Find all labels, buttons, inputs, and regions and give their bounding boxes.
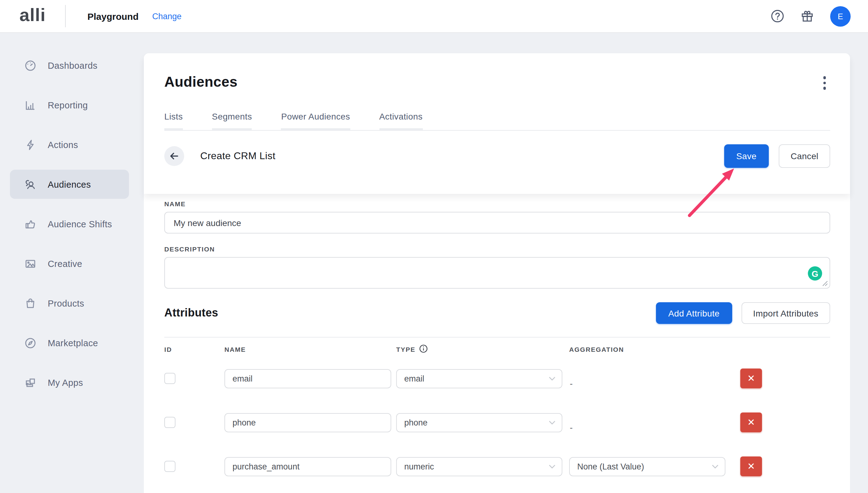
sidebar-item-label: Products xyxy=(48,298,84,308)
attribute-type-value: numeric xyxy=(404,462,434,471)
attribute-type-value: phone xyxy=(404,418,427,427)
cancel-button[interactable]: Cancel xyxy=(779,144,830,168)
column-header-aggregation: AGGREGATION xyxy=(569,346,740,353)
tab-activations[interactable]: Activations xyxy=(379,111,423,130)
alli-logo: alli xyxy=(0,6,65,26)
crm-list-form: NAME My new audience DESCRIPTION G Attri… xyxy=(144,200,850,485)
apps-icon xyxy=(24,376,37,389)
sidebar-item-audiences[interactable]: Audiences xyxy=(10,170,129,199)
aggregation-select[interactable]: None (Last Value) xyxy=(569,457,725,476)
column-header-type: TYPE xyxy=(396,346,569,353)
attribute-name-value: phone xyxy=(233,418,256,427)
lightning-icon xyxy=(24,138,37,151)
import-attributes-button[interactable]: Import Attributes xyxy=(741,302,830,324)
kebab-menu-icon[interactable] xyxy=(819,75,830,91)
sidebar-item-label: Actions xyxy=(48,140,78,150)
back-arrow-icon xyxy=(169,151,179,161)
delete-row-button[interactable]: ✕ xyxy=(740,412,762,432)
tab-segments[interactable]: Segments xyxy=(212,111,252,130)
app-window: alli Playground Change E xyxy=(0,0,868,493)
chevron-down-icon xyxy=(549,420,556,425)
audiences-panel: Audiences Lists Segments Power Audiences… xyxy=(144,53,850,493)
panel-header: Audiences Lists Segments Power Audiences… xyxy=(144,53,850,194)
chevron-down-icon xyxy=(549,376,556,381)
attribute-row: phone phone - ✕ xyxy=(164,404,830,441)
attribute-row: purchase_amount numeric None (Last Value… xyxy=(164,448,830,485)
top-bar: alli Playground Change E xyxy=(0,0,868,33)
workspace-name: Playground xyxy=(87,11,139,21)
resize-handle-icon[interactable] xyxy=(822,281,828,286)
name-label: NAME xyxy=(164,200,830,208)
back-button[interactable] xyxy=(164,146,184,166)
attribute-name-value: email xyxy=(233,374,253,383)
change-workspace-link[interactable]: Change xyxy=(152,12,182,21)
attribute-name-input[interactable]: phone xyxy=(224,413,391,432)
bar-chart-icon xyxy=(24,99,37,111)
attributes-table-header: ID NAME TYPE AGGREGATION xyxy=(164,346,830,353)
image-icon xyxy=(24,257,37,270)
description-label: DESCRIPTION xyxy=(164,245,830,253)
aggregation-value: None (Last Value) xyxy=(577,462,644,471)
attribute-row: email email - ✕ xyxy=(164,360,830,397)
sidebar-item-label: Dashboards xyxy=(48,60,97,70)
chevron-down-icon xyxy=(549,464,556,469)
sidebar-item-audience-shifts[interactable]: Audience Shifts xyxy=(10,209,129,238)
sidebar-item-label: My Apps xyxy=(48,378,83,387)
sidebar-item-label: Audiences xyxy=(48,179,91,189)
sidebar-item-dashboards[interactable]: Dashboards xyxy=(10,51,129,80)
sidebar-item-reporting[interactable]: Reporting xyxy=(10,90,129,120)
info-icon[interactable] xyxy=(419,344,428,353)
sidebar-item-label: Creative xyxy=(48,259,82,269)
add-attribute-button[interactable]: Add Attribute xyxy=(656,302,732,324)
attributes-divider xyxy=(164,337,830,338)
delete-row-button[interactable]: ✕ xyxy=(740,368,762,388)
gauge-icon xyxy=(24,59,37,71)
people-icon xyxy=(24,178,37,190)
compass-icon xyxy=(24,337,37,349)
sidebar-item-marketplace[interactable]: Marketplace xyxy=(10,328,129,357)
thumbs-up-icon xyxy=(24,218,37,230)
page-title: Audiences xyxy=(164,72,238,91)
column-header-id: ID xyxy=(164,346,224,353)
sidebar-item-label: Marketplace xyxy=(48,338,98,348)
name-input-value: My new audience xyxy=(174,218,241,228)
aggregation-value: - xyxy=(569,412,740,432)
sidebar-item-creative[interactable]: Creative xyxy=(10,249,129,278)
attribute-type-value: email xyxy=(404,374,424,383)
grammarly-icon: G xyxy=(808,266,822,281)
attribute-name-value: purchase_amount xyxy=(233,462,300,471)
row-checkbox[interactable] xyxy=(164,373,176,384)
attribute-name-input[interactable]: email xyxy=(224,369,391,388)
sidebar-item-my-apps[interactable]: My Apps xyxy=(10,368,129,397)
gift-icon[interactable] xyxy=(801,9,814,23)
tab-power-audiences[interactable]: Power Audiences xyxy=(281,111,350,130)
topbar-divider xyxy=(65,5,66,27)
shopping-bag-icon xyxy=(24,297,37,309)
attribute-name-input[interactable]: purchase_amount xyxy=(224,457,391,476)
attribute-type-select[interactable]: phone xyxy=(396,413,562,432)
save-button[interactable]: Save xyxy=(724,144,769,168)
chevron-down-icon xyxy=(712,464,719,469)
avatar[interactable]: E xyxy=(830,6,851,26)
delete-row-button[interactable]: ✕ xyxy=(740,456,762,476)
name-input[interactable]: My new audience xyxy=(164,212,830,234)
column-header-type-label: TYPE xyxy=(396,346,416,353)
tab-lists[interactable]: Lists xyxy=(164,111,183,130)
aggregation-value: - xyxy=(569,368,740,388)
sidebar-item-label: Audience Shifts xyxy=(48,219,112,229)
sidebar-item-actions[interactable]: Actions xyxy=(10,130,129,159)
attributes-title: Attributes xyxy=(164,306,218,320)
attribute-type-select[interactable]: numeric xyxy=(396,457,562,476)
column-header-name: NAME xyxy=(224,346,396,353)
row-checkbox[interactable] xyxy=(164,417,176,428)
create-crm-list-title: Create CRM List xyxy=(200,150,276,162)
tab-bar: Lists Segments Power Audiences Activatio… xyxy=(164,111,830,131)
help-icon[interactable] xyxy=(771,9,784,23)
sidebar-item-products[interactable]: Products xyxy=(10,288,129,318)
attribute-type-select[interactable]: email xyxy=(396,369,562,388)
sidebar-item-label: Reporting xyxy=(48,100,88,110)
row-checkbox[interactable] xyxy=(164,461,176,472)
description-textarea[interactable]: G xyxy=(164,257,830,288)
sidebar: Dashboards Reporting Actions xyxy=(0,33,144,493)
